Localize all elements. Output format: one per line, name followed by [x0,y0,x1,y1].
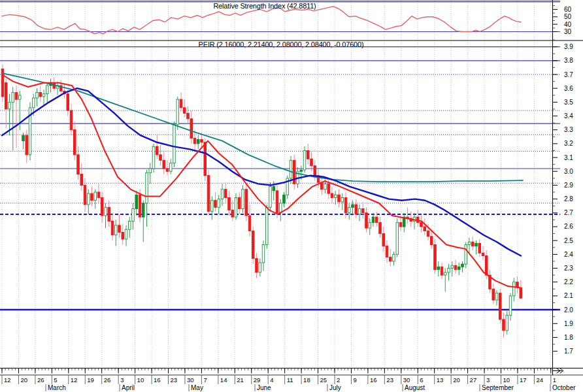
svg-text:14: 14 [220,376,227,384]
svg-text:6: 6 [420,376,423,384]
svg-text:1.8: 1.8 [564,334,573,341]
svg-text:60: 60 [564,6,572,13]
svg-text:13: 13 [437,376,444,384]
svg-text:25: 25 [320,376,327,384]
svg-text:July: July [329,384,341,391]
svg-text:3.3: 3.3 [564,126,573,133]
svg-text:2.9: 2.9 [564,182,573,189]
svg-text:May: May [191,384,203,391]
svg-text:4: 4 [270,376,273,384]
svg-text:2.5: 2.5 [564,237,573,244]
svg-text:20: 20 [453,376,460,384]
svg-text:1.7: 1.7 [564,348,573,355]
candlesticks [1,65,522,337]
svg-text:27: 27 [470,376,477,384]
svg-text:18: 18 [303,376,310,384]
svg-text:2.0: 2.0 [564,306,573,314]
svg-text:20: 20 [20,376,27,384]
svg-text:August: August [405,384,425,391]
svg-text:17: 17 [520,376,527,384]
svg-text:1.9: 1.9 [564,320,573,327]
svg-text:29: 29 [254,376,261,384]
svg-text:10: 10 [503,376,510,384]
svg-text:3: 3 [120,376,124,384]
svg-text:16: 16 [154,376,161,384]
svg-text:3.6: 3.6 [564,85,573,92]
svg-text:11: 11 [287,376,293,384]
svg-text:2.2: 2.2 [564,278,573,286]
svg-text:12: 12 [71,376,78,384]
svg-text:2.3: 2.3 [564,265,573,272]
svg-text:30: 30 [564,28,572,35]
svg-text:3.4: 3.4 [564,112,573,120]
svg-text:40: 40 [564,21,572,28]
svg-text:3.7: 3.7 [564,71,573,78]
svg-text:June: June [257,384,271,391]
rsi-indicator-title: Relative Strength Index (42.8811) [167,2,363,10]
price-levels [0,47,560,310]
svg-text:21: 21 [237,376,244,384]
svg-text:30: 30 [403,376,410,384]
svg-text:2.6: 2.6 [564,223,573,230]
svg-text:2.7: 2.7 [564,209,573,216]
svg-text:10: 10 [137,376,144,384]
peir-ohlc-title: PEIR (2.16000, 2.21400, 2.08000, 2.08400… [183,41,379,48]
svg-text:19: 19 [87,376,94,384]
svg-text:3.0: 3.0 [564,168,573,175]
svg-text:12: 12 [4,376,11,384]
svg-text:1: 1 [553,376,556,384]
svg-text:September: September [482,384,514,391]
svg-text:5: 5 [54,376,57,384]
svg-text:April: April [122,384,135,391]
svg-text:23: 23 [386,376,393,384]
svg-text:3.2: 3.2 [564,140,573,147]
svg-text:2.1: 2.1 [564,292,573,299]
date-axis: 1220265121926310162330714212941118252916… [0,368,583,392]
right-axis: 605040303.93.83.73.63.53.43.33.23.13.02.… [553,0,574,375]
svg-text:3.9: 3.9 [564,43,573,50]
svg-text:50: 50 [564,13,572,20]
svg-text:16: 16 [370,376,377,384]
svg-text:2: 2 [337,376,340,384]
svg-text:9: 9 [353,376,356,384]
svg-text:26: 26 [37,376,44,384]
svg-text:26: 26 [104,376,111,384]
svg-text:2.4: 2.4 [564,251,573,258]
svg-text:October: October [552,384,576,391]
svg-text:24: 24 [536,376,543,384]
svg-text:3.1: 3.1 [564,154,573,161]
axis-end-arrow-icon [553,368,563,373]
chart-window: 605040303.93.83.73.63.53.43.33.23.13.02.… [0,0,583,392]
svg-text:3: 3 [486,376,490,384]
stock-chart-svg: 605040303.93.83.73.63.53.43.33.23.13.02.… [0,0,583,392]
svg-text:23: 23 [171,376,178,384]
svg-text:30: 30 [187,376,194,384]
svg-text:March: March [48,384,66,391]
svg-text:7: 7 [203,376,207,384]
svg-text:3.8: 3.8 [564,57,573,64]
svg-text:2.8: 2.8 [564,195,573,203]
svg-text:3.5: 3.5 [564,99,573,106]
